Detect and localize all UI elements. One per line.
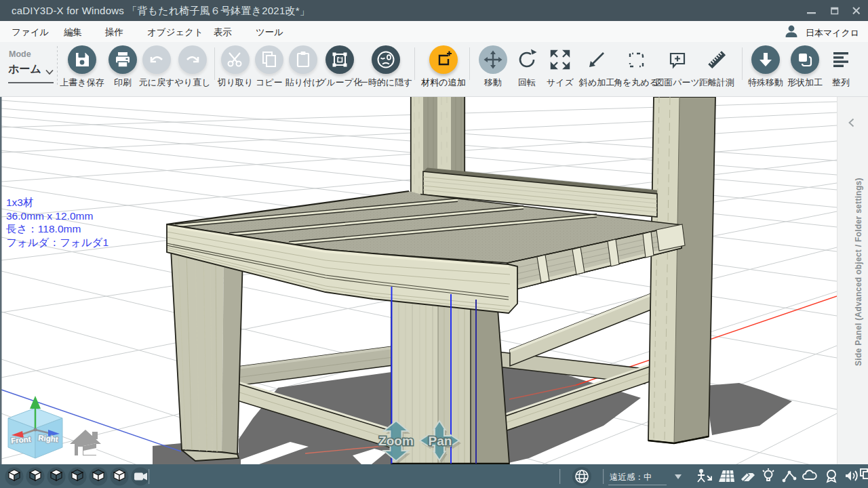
svg-text:Right: Right	[38, 434, 58, 444]
svg-text:Front: Front	[11, 435, 31, 445]
svg-text:遠近感：中: 遠近感：中	[610, 472, 652, 482]
svg-text:Pan: Pan	[429, 434, 452, 448]
svg-text:Zoom: Zoom	[378, 434, 414, 448]
